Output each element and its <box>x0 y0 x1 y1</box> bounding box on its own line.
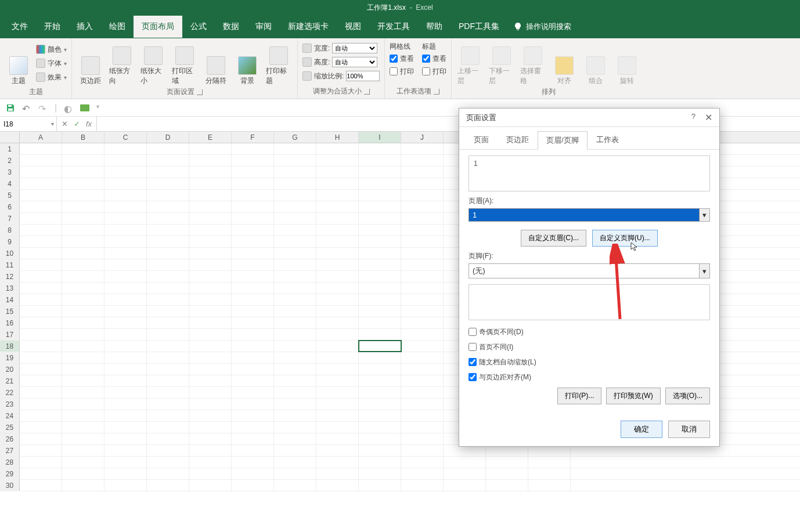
cell[interactable] <box>359 167 401 178</box>
cell[interactable] <box>147 399 189 410</box>
cell[interactable] <box>62 352 104 363</box>
cell[interactable] <box>444 480 486 491</box>
cell[interactable] <box>316 364 359 375</box>
gridlines-print-check[interactable]: 打印 <box>390 66 414 77</box>
cell[interactable] <box>147 375 189 386</box>
cell[interactable] <box>62 399 104 410</box>
cell[interactable] <box>189 201 232 212</box>
cell[interactable] <box>147 480 189 491</box>
dialog-tab-3[interactable]: 工作表 <box>588 131 628 149</box>
cell[interactable] <box>232 480 274 491</box>
row-header-29[interactable]: 29 <box>0 468 20 479</box>
page-setup-expand-icon[interactable] <box>197 89 203 95</box>
cell[interactable] <box>104 387 147 398</box>
row-header-28[interactable]: 28 <box>0 457 20 468</box>
header-dropdown-icon[interactable]: ▾ <box>700 208 710 222</box>
cell[interactable] <box>147 433 189 444</box>
cell[interactable] <box>20 433 62 444</box>
cell[interactable] <box>274 167 316 178</box>
cell[interactable] <box>104 468 147 479</box>
cell[interactable] <box>444 457 486 468</box>
cell[interactable] <box>316 422 359 433</box>
cell[interactable] <box>232 306 274 317</box>
cell[interactable] <box>401 283 444 294</box>
col-header-B[interactable]: B <box>62 132 104 143</box>
row-header-14[interactable]: 14 <box>0 294 20 305</box>
cell[interactable] <box>359 457 401 468</box>
print-button[interactable]: 打印(P)... <box>557 388 601 404</box>
row-header-8[interactable]: 8 <box>0 225 20 236</box>
cell[interactable] <box>359 201 401 212</box>
print-preview-button[interactable]: 打印预览(W) <box>606 388 660 404</box>
cell[interactable] <box>104 306 147 317</box>
footer-dropdown-icon[interactable]: ▾ <box>700 263 710 278</box>
cell[interactable] <box>20 294 62 305</box>
cell[interactable] <box>147 225 189 236</box>
save-icon[interactable] <box>6 103 15 113</box>
row-header-20[interactable]: 20 <box>0 364 20 375</box>
cell[interactable] <box>486 480 528 491</box>
cell[interactable] <box>104 167 147 178</box>
row-header-2[interactable]: 2 <box>0 155 20 166</box>
cell[interactable] <box>20 364 62 375</box>
cell[interactable] <box>62 294 104 305</box>
qat-icon-1[interactable]: ◐ <box>64 103 73 113</box>
cell[interactable] <box>62 190 104 201</box>
row-header-7[interactable]: 7 <box>0 213 20 224</box>
cell[interactable] <box>316 190 359 201</box>
dialog-titlebar[interactable]: 页面设置 ? ✕ <box>459 108 719 127</box>
cell[interactable] <box>62 225 104 236</box>
cell[interactable] <box>104 329 147 340</box>
cell[interactable] <box>147 248 189 259</box>
cell[interactable] <box>274 364 316 375</box>
close-icon[interactable]: ✕ <box>705 112 712 123</box>
cell[interactable] <box>104 317 147 328</box>
cell[interactable] <box>359 178 401 189</box>
cell[interactable] <box>401 213 444 224</box>
cell[interactable] <box>189 329 232 340</box>
col-header-I[interactable]: I <box>359 132 401 143</box>
cell[interactable] <box>401 399 444 410</box>
cell[interactable] <box>62 387 104 398</box>
ribbon-tab-4[interactable]: 页面布局 <box>134 16 182 38</box>
cell[interactable] <box>147 155 189 166</box>
cell[interactable] <box>316 329 359 340</box>
cell[interactable] <box>20 329 62 340</box>
row-header-15[interactable]: 15 <box>0 306 20 317</box>
cell[interactable] <box>20 422 62 433</box>
cell[interactable] <box>104 201 147 212</box>
cell[interactable] <box>401 410 444 421</box>
cell[interactable] <box>104 433 147 444</box>
cell[interactable] <box>147 410 189 421</box>
col-header-G[interactable]: G <box>274 132 316 143</box>
row-header-21[interactable]: 21 <box>0 375 20 386</box>
row-header-13[interactable]: 13 <box>0 283 20 294</box>
cell[interactable] <box>232 457 274 468</box>
ok-button[interactable]: 确定 <box>621 421 662 438</box>
cell[interactable] <box>316 283 359 294</box>
sheet-options-expand-icon[interactable] <box>434 89 439 95</box>
cell[interactable] <box>20 259 62 270</box>
cell[interactable] <box>62 178 104 189</box>
cell[interactable] <box>274 422 316 433</box>
cell[interactable] <box>401 445 444 456</box>
cell[interactable] <box>232 259 274 270</box>
ribbon-tab-7[interactable]: 审阅 <box>247 16 280 38</box>
cell[interactable] <box>274 480 316 491</box>
cell[interactable] <box>189 236 232 247</box>
print-area-button[interactable]: 打印区域 <box>171 42 199 87</box>
cell[interactable] <box>20 399 62 410</box>
cell[interactable] <box>316 410 359 421</box>
cell[interactable] <box>401 433 444 444</box>
cell[interactable] <box>104 271 147 282</box>
cell[interactable] <box>274 155 316 166</box>
cell[interactable] <box>359 433 401 444</box>
cell[interactable] <box>147 178 189 189</box>
ribbon-tab-3[interactable]: 绘图 <box>101 16 134 38</box>
chevron-down-icon[interactable]: ▾ <box>51 121 54 127</box>
cell[interactable] <box>401 341 444 352</box>
cell[interactable] <box>316 317 359 328</box>
cell[interactable] <box>62 375 104 386</box>
cell[interactable] <box>316 213 359 224</box>
cell[interactable] <box>359 155 401 166</box>
